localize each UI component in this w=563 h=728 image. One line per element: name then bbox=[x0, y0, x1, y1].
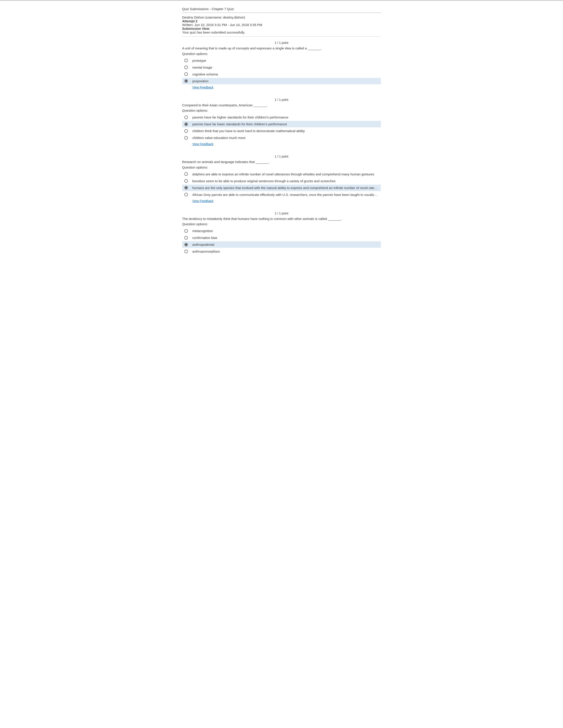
question-score-4: 1 / 1 point bbox=[182, 212, 381, 215]
option-text-4-3: anthropodenial bbox=[192, 243, 214, 246]
question-text-4: The tendency to mistakenly think that hu… bbox=[182, 216, 381, 221]
option-text-1-1: prototype bbox=[192, 59, 206, 62]
option-row-3-4[interactable]: African Grey parrots are able to communi… bbox=[182, 191, 381, 198]
option-row-4-1[interactable]: metacognition bbox=[182, 228, 381, 234]
question-block-4: 1 / 1 pointThe tendency to mistakenly th… bbox=[182, 212, 381, 255]
username-line: Destiny Dishon (username: destiny.dishon… bbox=[182, 15, 381, 19]
option-text-3-1: dolphins are able to express an infinite… bbox=[192, 172, 374, 176]
attempt-label: Attempt 2 bbox=[182, 19, 381, 23]
option-text-2-3: children think that you have to work har… bbox=[192, 129, 305, 133]
question-options-label-2: Question options: bbox=[182, 109, 381, 112]
option-row-4-2[interactable]: confirmation bias bbox=[182, 235, 381, 241]
option-text-2-1: parents have far higher standards for th… bbox=[192, 115, 289, 119]
radio-4-4 bbox=[184, 250, 188, 253]
question-text-1: A unit of meaning that is made up of con… bbox=[182, 46, 381, 51]
questions-container: 1 / 1 pointA unit of meaning that is mad… bbox=[182, 41, 381, 255]
option-row-3-3[interactable]: humans are the only species that evolved… bbox=[182, 185, 381, 191]
radio-3-4 bbox=[184, 193, 188, 196]
option-row-2-2[interactable]: parents have far lower standards for the… bbox=[182, 121, 381, 127]
option-text-2-2: parents have far lower standards for the… bbox=[192, 122, 287, 126]
question-block-1: 1 / 1 pointA unit of meaning that is mad… bbox=[182, 41, 381, 89]
option-row-3-1[interactable]: dolphins are able to express an infinite… bbox=[182, 171, 381, 177]
option-text-4-4: anthropomorphism bbox=[192, 250, 220, 253]
option-text-4-2: confirmation bias bbox=[192, 236, 217, 240]
option-text-1-3: cognitive schema bbox=[192, 72, 218, 76]
radio-3-3 bbox=[184, 186, 188, 190]
radio-2-4 bbox=[184, 136, 188, 140]
view-feedback-link-3[interactable]: View Feedback bbox=[192, 199, 213, 203]
written-label: Written: Jun 10, 2018 3:31 PM - Jun 10, … bbox=[182, 23, 381, 27]
radio-2-3 bbox=[184, 129, 188, 133]
radio-1-1 bbox=[184, 59, 188, 62]
question-score-1: 1 / 1 point bbox=[182, 41, 381, 45]
option-text-4-1: metacognition bbox=[192, 229, 213, 233]
question-options-label-3: Question options: bbox=[182, 165, 381, 169]
option-row-4-4[interactable]: anthropomorphism bbox=[182, 248, 381, 255]
option-text-2-4: children value education much more bbox=[192, 136, 245, 140]
radio-4-2 bbox=[184, 236, 188, 240]
view-feedback-link-2[interactable]: View Feedback bbox=[192, 142, 213, 146]
radio-3-2 bbox=[184, 179, 188, 183]
radio-1-4 bbox=[184, 79, 188, 83]
view-feedback-link-1[interactable]: View Feedback bbox=[192, 86, 213, 89]
option-row-2-4[interactable]: children value education much more bbox=[182, 135, 381, 141]
question-options-label-4: Question options: bbox=[182, 222, 381, 226]
question-block-3: 1 / 1 pointResearch on animals and langu… bbox=[182, 155, 381, 203]
question-score-2: 1 / 1 point bbox=[182, 98, 381, 101]
submission-info: Destiny Dishon (username: destiny.dishon… bbox=[182, 15, 381, 37]
question-text-2: Compared to their Asian counterparts, Am… bbox=[182, 103, 381, 108]
radio-3-1 bbox=[184, 172, 188, 176]
option-row-1-2[interactable]: mental image bbox=[182, 64, 381, 71]
option-row-4-3[interactable]: anthropodenial bbox=[182, 241, 381, 248]
option-row-1-3[interactable]: cognitive schema bbox=[182, 71, 381, 77]
option-text-1-4: proposition bbox=[192, 79, 208, 83]
radio-4-3 bbox=[184, 243, 188, 246]
radio-2-2 bbox=[184, 122, 188, 126]
option-text-3-2: bonobos seem to be able to produce origi… bbox=[192, 179, 336, 183]
question-text-3: Research on animals and language indicat… bbox=[182, 159, 381, 165]
option-row-1-1[interactable]: prototype bbox=[182, 57, 381, 64]
submission-view-label: Submission View bbox=[182, 27, 381, 30]
option-row-3-2[interactable]: bonobos seem to be able to produce origi… bbox=[182, 178, 381, 184]
question-score-3: 1 / 1 point bbox=[182, 155, 381, 158]
option-row-1-4[interactable]: proposition bbox=[182, 78, 381, 84]
submission-view-text: Your quiz has been submitted successfull… bbox=[182, 30, 381, 34]
option-text-3-3: humans are the only species that evolved… bbox=[192, 186, 378, 190]
question-block-2: 1 / 1 pointCompared to their Asian count… bbox=[182, 98, 381, 146]
page-title: Quiz Submissions - Chapter 7 Quiz bbox=[182, 7, 381, 13]
radio-4-1 bbox=[184, 229, 188, 233]
option-row-2-3[interactable]: children think that you have to work har… bbox=[182, 128, 381, 134]
option-text-3-4: African Grey parrots are able to communi… bbox=[192, 193, 378, 197]
question-options-label-1: Question options: bbox=[182, 52, 381, 56]
radio-2-1 bbox=[184, 116, 188, 119]
radio-1-3 bbox=[184, 72, 188, 76]
radio-1-2 bbox=[184, 66, 188, 69]
option-text-1-2: mental image bbox=[192, 66, 212, 69]
option-row-2-1[interactable]: parents have far higher standards for th… bbox=[182, 114, 381, 120]
